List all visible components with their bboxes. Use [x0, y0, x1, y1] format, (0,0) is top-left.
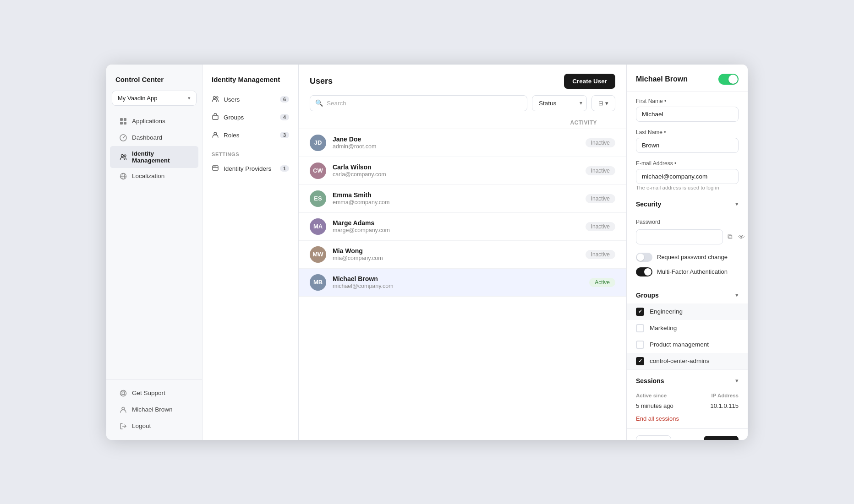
password-row: ⧉ 👁	[627, 229, 748, 250]
control-center-admins-checkbox[interactable]	[636, 357, 644, 365]
show-password-button[interactable]: 👁	[737, 232, 746, 242]
users-count-badge: 6	[280, 96, 289, 103]
svg-line-13	[124, 391, 125, 392]
delete-button[interactable]: Delete	[636, 435, 671, 440]
table-row[interactable]: ES Emma Smith emma@company.com Inactive	[299, 185, 626, 213]
support-icon	[119, 389, 127, 397]
sidebar-item-get-support[interactable]: Get Support	[110, 385, 198, 401]
groups-section-header[interactable]: Groups ▾	[627, 284, 748, 303]
globe-icon	[119, 172, 127, 180]
sidebar-item-logout-label: Logout	[132, 423, 151, 429]
request-password-change-row: Request password change	[627, 250, 748, 265]
sidebar: Control Center My Vaadin App ▾ Applicati…	[106, 65, 203, 440]
filter-button[interactable]: ⊟ ▾	[591, 95, 615, 111]
user-email: michael@company.com	[333, 283, 589, 289]
logout-icon	[119, 422, 127, 430]
svg-point-6	[121, 154, 124, 157]
copy-password-button[interactable]: ⧉	[727, 232, 734, 242]
end-all-sessions-link[interactable]: End all sessions	[627, 412, 748, 428]
table-row[interactable]: MB Michael Brown michael@company.com Act…	[299, 269, 626, 297]
users-toolbar: 🔍 Status Active Inactive ▾ ⊟ ▾	[299, 95, 626, 117]
nav-item-identity-providers[interactable]: Identity Providers 1	[203, 160, 298, 178]
table-header-row: Activity	[299, 117, 626, 129]
group-item-engineering[interactable]: Engineering	[627, 303, 748, 320]
toggle-knob	[644, 268, 651, 276]
first-name-input[interactable]	[636, 107, 739, 122]
avatar: ES	[310, 190, 326, 207]
avatar: MB	[310, 274, 326, 291]
ip-address-header: IP Address	[712, 393, 739, 398]
sidebar-item-applications[interactable]: Applications	[110, 113, 198, 130]
sessions-table: Active since IP Address 5 minutes ago 10…	[627, 389, 748, 412]
svg-line-15	[121, 394, 122, 395]
control-center-admins-label: control-center-admins	[650, 358, 710, 364]
app-title: Control Center	[106, 65, 202, 91]
user-detail-name: Michael Brown	[636, 75, 688, 83]
table-row[interactable]: JD Jane Doe admin@root.com Inactive	[299, 129, 626, 157]
email-label: E-mail Address •	[636, 160, 739, 167]
table-row[interactable]: MA Marge Adams marge@company.com Inactiv…	[299, 213, 626, 241]
users-table: Activity JD Jane Doe admin@root.com Inac…	[299, 117, 626, 440]
sidebar-item-michael-brown[interactable]: Michael Brown	[110, 401, 198, 418]
sidebar-item-identity-management[interactable]: Identity Management	[110, 146, 198, 168]
activity-badge: Inactive	[586, 222, 615, 231]
password-input[interactable]	[636, 229, 723, 244]
sidebar-item-get-support-label: Get Support	[132, 390, 165, 396]
user-email: admin@root.com	[333, 143, 586, 150]
groups-nav-icon	[212, 113, 219, 122]
svg-point-11	[120, 390, 126, 396]
sidebar-item-user-label: Michael Brown	[132, 406, 173, 413]
user-name: Marge Adams	[333, 219, 586, 227]
nav-item-identity-providers-left: Identity Providers	[212, 164, 271, 173]
table-row[interactable]: MW Mia Wong mia@company.com Inactive	[299, 241, 626, 269]
nav-item-users[interactable]: Users 6	[203, 91, 298, 108]
marketing-checkbox[interactable]	[636, 324, 644, 332]
toggle-knob	[728, 75, 738, 84]
product-management-checkbox[interactable]	[636, 341, 644, 349]
sessions-title: Sessions	[636, 377, 664, 385]
sessions-section: Sessions ▾ Active since IP Address 5 min…	[627, 369, 748, 428]
chevron-down-icon: ▾	[188, 95, 191, 101]
right-panel: Michael Brown First Name • Last Name • E…	[626, 65, 748, 440]
sidebar-item-dashboard[interactable]: Dashboard	[110, 130, 198, 146]
group-item-control-center-admins[interactable]: control-center-admins	[627, 353, 748, 369]
svg-point-20	[216, 97, 218, 98]
nav-item-users-left: Users	[212, 95, 240, 104]
user-email: mia@company.com	[333, 255, 586, 261]
roles-count-badge: 3	[280, 132, 289, 138]
avatar: JD	[310, 135, 326, 151]
create-user-button[interactable]: Create User	[564, 74, 615, 89]
identity-providers-icon	[212, 164, 219, 173]
middle-nav: Identity Management Users 6 Groups 4	[203, 65, 299, 440]
filter-chevron-icon: ▾	[605, 100, 608, 107]
group-item-marketing[interactable]: Marketing	[627, 320, 748, 336]
sidebar-item-logout[interactable]: Logout	[110, 418, 198, 434]
sidebar-item-localization[interactable]: Localization	[110, 168, 198, 184]
table-row[interactable]: CW Carla Wilson carla@company.com Inacti…	[299, 157, 626, 185]
security-section-header[interactable]: Security ▾	[627, 193, 748, 212]
nav-item-groups[interactable]: Groups 4	[203, 108, 298, 126]
email-hint: The e-mail address is used to log in	[636, 185, 739, 190]
user-icon	[119, 406, 127, 414]
grid-icon	[119, 117, 127, 125]
email-input[interactable]	[636, 169, 739, 184]
last-name-input[interactable]	[636, 138, 739, 153]
mfa-toggle[interactable]	[636, 267, 652, 276]
user-name: Carla Wilson	[333, 163, 586, 171]
security-chevron-icon: ▾	[735, 201, 739, 207]
nav-item-roles[interactable]: Roles 3	[203, 126, 298, 144]
group-item-product-management[interactable]: Product management	[627, 336, 748, 353]
activity-header: Activity	[570, 119, 615, 126]
request-password-change-toggle[interactable]	[636, 253, 652, 262]
engineering-checkbox[interactable]	[636, 308, 644, 316]
app-selector[interactable]: My Vaadin App ▾	[112, 91, 197, 106]
search-input-wrap: 🔍	[310, 95, 527, 111]
status-select[interactable]: Status Active Inactive	[532, 95, 587, 111]
marketing-label: Marketing	[650, 325, 677, 331]
save-button[interactable]: Save	[704, 436, 739, 440]
sidebar-item-applications-label: Applications	[132, 118, 165, 125]
search-input[interactable]	[310, 95, 527, 111]
activity-badge: Inactive	[586, 194, 615, 203]
sessions-section-header[interactable]: Sessions ▾	[627, 370, 748, 389]
user-enabled-toggle[interactable]	[718, 74, 739, 85]
